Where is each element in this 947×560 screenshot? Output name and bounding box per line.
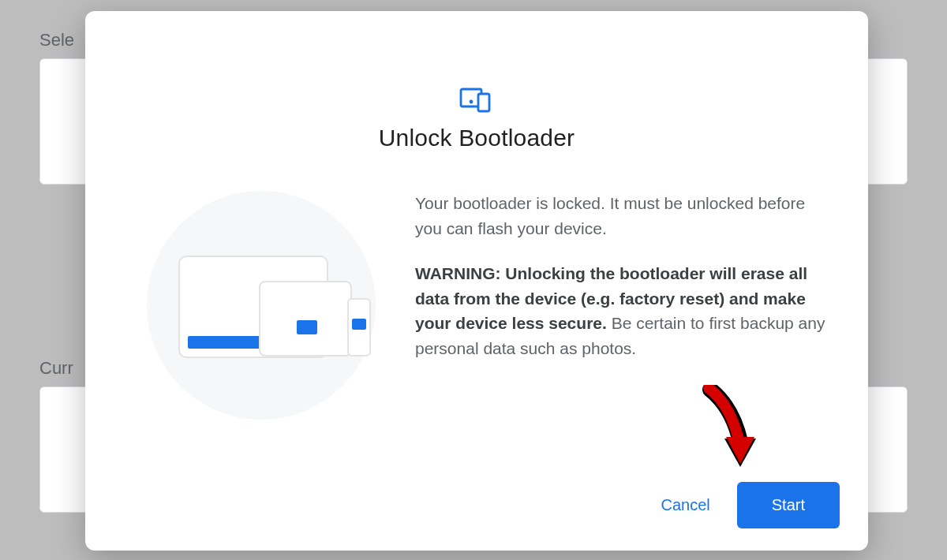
start-button[interactable]: Start: [737, 482, 840, 528]
dialog-actions: Cancel Start: [107, 482, 846, 532]
svg-point-2: [470, 100, 474, 104]
illustration-column: [107, 191, 391, 482]
dialog-title: Unlock Bootloader: [107, 125, 846, 151]
dialog-header: Unlock Bootloader: [107, 35, 846, 151]
cancel-button[interactable]: Cancel: [654, 487, 716, 524]
devices-icon: [458, 85, 496, 114]
dialog-text: Your bootloader is locked. It must be un…: [415, 191, 846, 482]
unlock-bootloader-dialog: Unlock Bootloader Your bootloader is loc…: [85, 11, 868, 551]
devices-illustration: [123, 196, 376, 401]
dialog-body: Your bootloader is locked. It must be un…: [107, 151, 846, 482]
dialog-warning: WARNING: Unlocking the bootloader will e…: [415, 261, 830, 360]
dialog-description: Your bootloader is locked. It must be un…: [415, 191, 830, 241]
svg-rect-1: [478, 94, 489, 111]
